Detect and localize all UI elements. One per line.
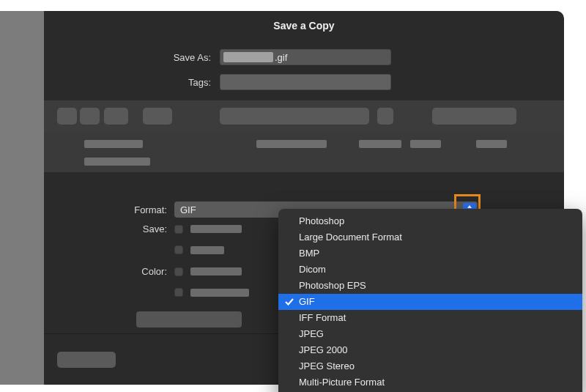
format-option[interactable]: Large Document Format [278,229,582,245]
save-option-2-checkbox[interactable] [174,245,183,254]
col-extra-header[interactable] [476,140,507,148]
col-sub-header [84,158,150,166]
col-size-header[interactable] [359,140,401,148]
format-option-label: BMP [299,248,319,259]
tags-label: Tags: [154,77,211,88]
save-row-2 [44,245,224,254]
save-label: Save: [44,223,167,234]
file-browser-columns [44,133,564,172]
format-option-label: Dicom [299,264,326,275]
format-option-label: Large Document Format [299,232,402,243]
save-option-1-text [190,225,242,233]
save-option-1-checkbox[interactable] [174,225,183,234]
format-dropdown-menu[interactable]: PhotoshopLarge Document FormatBMPDicomPh… [278,209,582,392]
format-option[interactable]: JPEG 2000 [278,342,582,358]
toolbar-expand[interactable] [377,108,393,125]
format-option-label: JPEG [299,328,324,339]
color-row-2 [44,288,249,297]
format-option-label: Photoshop [299,215,344,226]
col-date-header[interactable] [256,140,327,148]
format-option-label: JPEG 2000 [299,344,348,355]
col-kind-header[interactable] [410,140,441,148]
format-option[interactable]: JPEG Stereo [278,358,582,374]
toolbar-nav-back[interactable] [57,108,77,125]
format-option[interactable]: GIF [278,294,582,310]
format-option-label: GIF [299,296,315,307]
toolbar-location[interactable] [220,108,369,125]
color-label: Color: [44,266,167,277]
toolbar-view[interactable] [104,108,128,125]
filename-placeholder [223,52,273,62]
saveas-label: Save As: [154,52,211,63]
color-option-1-text [190,267,242,275]
format-option-label: JPEG Stereo [299,360,355,371]
save-row: Save: [44,223,242,234]
format-option[interactable]: BMP [278,245,582,262]
format-selected-value: GIF [180,204,196,215]
format-option-label: IFF Format [299,312,346,323]
color-row: Color: [44,266,242,277]
color-option-1-checkbox[interactable] [174,267,183,276]
toolbar-search[interactable] [432,108,516,125]
file-browser-toolbar [44,100,564,133]
saveas-row: Save As: .gif [154,49,391,65]
save-option-2-text [190,246,224,254]
format-option[interactable]: JPEG [278,326,582,342]
toolbar-nav-fwd[interactable] [80,108,100,125]
format-option[interactable]: Photoshop EPS [278,278,582,294]
format-label: Format: [44,204,167,215]
color-option-2-checkbox[interactable] [174,288,183,297]
tags-input[interactable] [220,74,391,90]
tags-row: Tags: [154,74,391,90]
format-option[interactable]: Multi-Picture Format [278,374,582,391]
format-option[interactable]: Dicom [278,262,582,278]
format-option[interactable]: IFF Format [278,310,582,326]
new-folder-button[interactable] [57,352,116,368]
format-option[interactable]: Photoshop [278,213,582,229]
color-option-2-text [190,289,249,297]
filename-ext: .gif [275,52,287,63]
saveas-input[interactable]: .gif [220,49,391,65]
format-option-label: Photoshop EPS [299,280,366,291]
check-icon [284,296,294,306]
stage: Save a Copy Save As: .gif Tags: [0,0,586,392]
format-option-label: Multi-Picture Format [299,377,385,388]
toolbar-group[interactable] [143,108,172,125]
col-name-header[interactable] [84,140,143,148]
inactive-window-strip [0,11,44,385]
extra-options-placeholder[interactable] [136,311,242,328]
dialog-title: Save a Copy [44,20,564,32]
